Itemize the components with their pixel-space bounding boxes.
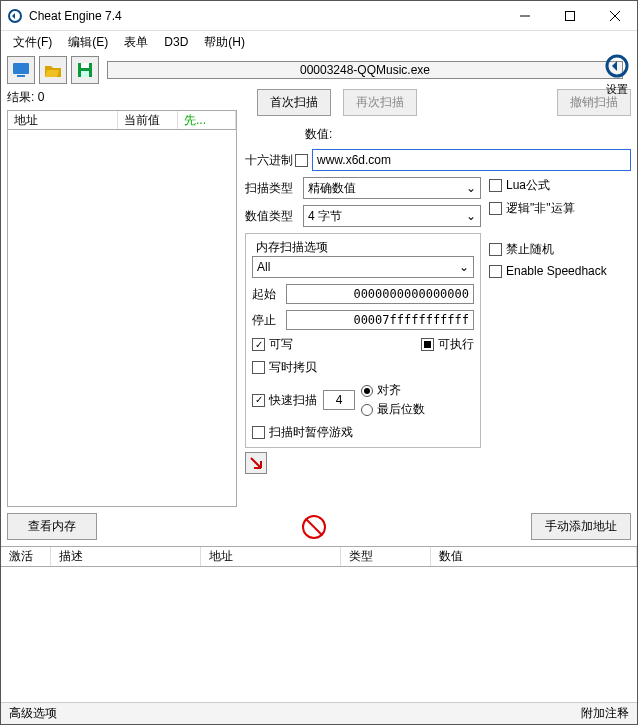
chevron-down-icon: ⌄ bbox=[466, 181, 476, 195]
no-entry-icon[interactable] bbox=[302, 515, 326, 539]
executable-checkbox[interactable] bbox=[421, 338, 434, 351]
svg-rect-2 bbox=[565, 11, 574, 20]
start-input[interactable] bbox=[286, 284, 474, 304]
stop-input[interactable] bbox=[286, 310, 474, 330]
window-title: Cheat Engine 7.4 bbox=[29, 9, 502, 23]
scantype-select[interactable]: 精确数值 ⌄ bbox=[303, 177, 481, 199]
th-active[interactable]: 激活 bbox=[1, 547, 51, 566]
value-input[interactable] bbox=[312, 149, 631, 171]
cheat-table[interactable] bbox=[1, 567, 637, 717]
th-type[interactable]: 类型 bbox=[341, 547, 431, 566]
memscan-region-select[interactable]: All ⌄ bbox=[252, 256, 474, 278]
chevron-down-icon: ⌄ bbox=[466, 209, 476, 223]
th-value[interactable]: 数值 bbox=[431, 547, 637, 566]
valuetype-select[interactable]: 4 字节 ⌄ bbox=[303, 205, 481, 227]
minimize-button[interactable] bbox=[502, 1, 547, 30]
add-selected-button[interactable] bbox=[245, 452, 267, 474]
process-name: 00003248-QQMusic.exe bbox=[300, 63, 430, 77]
view-memory-button[interactable]: 查看内存 bbox=[7, 513, 97, 540]
th-addr[interactable]: 地址 bbox=[201, 547, 341, 566]
results-header: 地址 当前值 先... bbox=[7, 110, 237, 130]
scantype-label: 扫描类型 bbox=[245, 180, 303, 197]
lastdigits-radio[interactable] bbox=[361, 404, 373, 416]
col-previous[interactable]: 先... bbox=[178, 111, 236, 129]
table-extras[interactable]: 附加注释 bbox=[581, 705, 629, 722]
open-process-button[interactable] bbox=[7, 56, 35, 84]
menu-table[interactable]: 表单 bbox=[116, 32, 156, 53]
valuetype-label: 数值类型 bbox=[245, 208, 303, 225]
menu-help[interactable]: 帮助(H) bbox=[196, 32, 253, 53]
not-checkbox[interactable] bbox=[489, 202, 502, 215]
results-list[interactable] bbox=[7, 130, 237, 507]
maximize-button[interactable] bbox=[547, 1, 592, 30]
fastscan-checkbox[interactable] bbox=[252, 394, 265, 407]
open-file-button[interactable] bbox=[39, 56, 67, 84]
col-current[interactable]: 当前值 bbox=[118, 111, 178, 129]
next-scan-button: 再次扫描 bbox=[343, 89, 417, 116]
svg-rect-8 bbox=[81, 63, 89, 68]
first-scan-button[interactable]: 首次扫描 bbox=[257, 89, 331, 116]
norandom-checkbox[interactable] bbox=[489, 243, 502, 256]
svg-rect-6 bbox=[17, 75, 25, 77]
align-radio[interactable] bbox=[361, 385, 373, 397]
alignment-input[interactable] bbox=[323, 390, 355, 410]
col-address[interactable]: 地址 bbox=[8, 111, 118, 129]
chevron-down-icon: ⌄ bbox=[459, 260, 469, 274]
th-desc[interactable]: 描述 bbox=[51, 547, 201, 566]
close-button[interactable] bbox=[592, 1, 637, 30]
hex-label: 十六进制 bbox=[245, 152, 295, 169]
stop-label: 停止 bbox=[252, 312, 286, 329]
start-label: 起始 bbox=[252, 286, 286, 303]
settings-button[interactable]: 设置 bbox=[599, 53, 635, 97]
writable-checkbox[interactable] bbox=[252, 338, 265, 351]
pause-checkbox[interactable] bbox=[252, 426, 265, 439]
value-label: 数值: bbox=[305, 126, 332, 143]
menu-d3d[interactable]: D3D bbox=[156, 33, 196, 51]
process-bar: 00003248-QQMusic.exe bbox=[107, 61, 623, 79]
save-button[interactable] bbox=[71, 56, 99, 84]
add-address-button[interactable]: 手动添加地址 bbox=[531, 513, 631, 540]
lua-checkbox[interactable] bbox=[489, 179, 502, 192]
cow-checkbox[interactable] bbox=[252, 361, 265, 374]
menu-edit[interactable]: 编辑(E) bbox=[60, 32, 116, 53]
svg-rect-5 bbox=[13, 63, 29, 74]
results-count: 结果: 0 bbox=[7, 87, 237, 110]
hex-checkbox[interactable] bbox=[295, 154, 308, 167]
advanced-options[interactable]: 高级选项 bbox=[9, 705, 57, 722]
svg-rect-9 bbox=[81, 71, 89, 77]
memscan-legend: 内存扫描选项 bbox=[252, 239, 332, 256]
app-icon bbox=[7, 8, 23, 24]
menu-file[interactable]: 文件(F) bbox=[5, 32, 60, 53]
speedhack-checkbox[interactable] bbox=[489, 265, 502, 278]
